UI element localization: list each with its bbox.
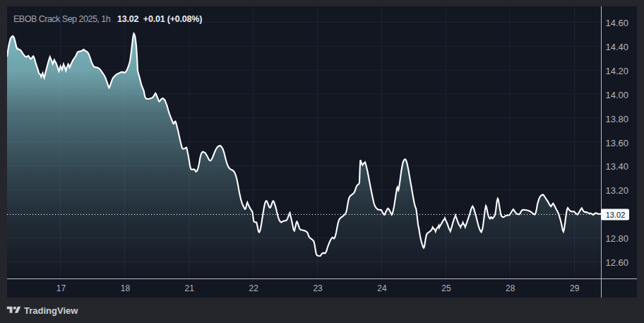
svg-text:14.00: 14.00 bbox=[606, 90, 629, 100]
svg-text:21: 21 bbox=[185, 283, 195, 293]
svg-text:TradingView: TradingView bbox=[24, 305, 78, 316]
svg-text:14.60: 14.60 bbox=[606, 18, 629, 28]
svg-text:13.02: 13.02 bbox=[606, 211, 626, 219]
svg-text:28: 28 bbox=[506, 283, 515, 293]
svg-text:12.80: 12.80 bbox=[606, 233, 629, 244]
svg-text:13.20: 13.20 bbox=[606, 185, 629, 196]
svg-text:14.40: 14.40 bbox=[606, 42, 629, 52]
svg-text:17: 17 bbox=[56, 283, 66, 293]
svg-text:12.60: 12.60 bbox=[606, 257, 629, 268]
svg-text:14.20: 14.20 bbox=[606, 66, 629, 76]
svg-text:EBOB Crack Sep 2025, 1h: EBOB Crack Sep 2025, 1h bbox=[13, 14, 111, 24]
svg-text:13.02 +0.01 (+0.08%): 13.02 +0.01 (+0.08%) bbox=[117, 14, 202, 24]
svg-text:25: 25 bbox=[441, 283, 451, 293]
svg-text:23: 23 bbox=[313, 283, 323, 293]
svg-text:22: 22 bbox=[249, 283, 259, 293]
svg-text:13.80: 13.80 bbox=[606, 114, 629, 124]
svg-text:18: 18 bbox=[121, 283, 131, 293]
svg-text:13.40: 13.40 bbox=[606, 161, 629, 172]
svg-text:29: 29 bbox=[570, 283, 580, 293]
svg-text:24: 24 bbox=[377, 283, 387, 293]
svg-text:13.60: 13.60 bbox=[606, 138, 629, 148]
